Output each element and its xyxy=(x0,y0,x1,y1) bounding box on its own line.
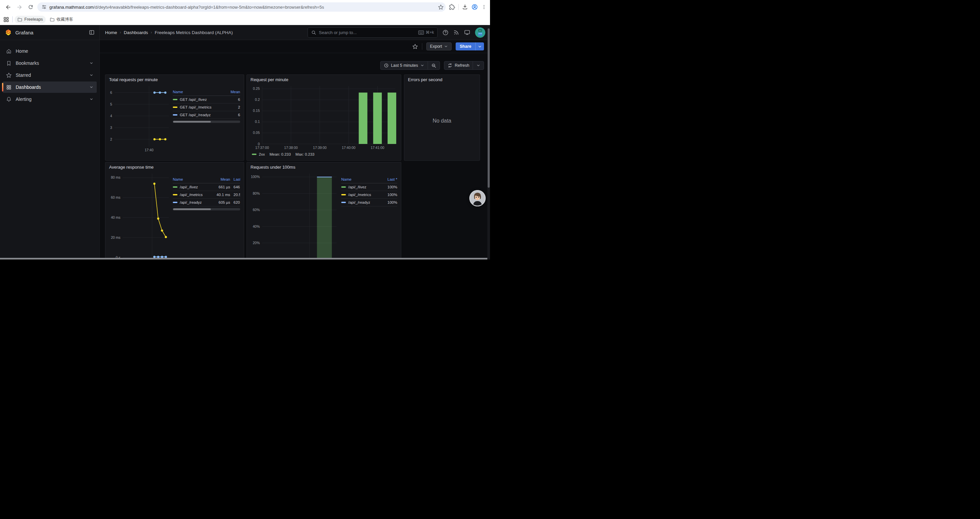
reload-icon[interactable] xyxy=(26,2,35,12)
legend-row[interactable]: /api/_/readyz100% xyxy=(341,199,397,206)
legend-column-header[interactable]: Name xyxy=(173,90,227,94)
breadcrumb-item[interactable]: Dashboards xyxy=(124,30,148,35)
legend-item-2xx[interactable]: 2xx xyxy=(252,152,265,156)
site-settings-icon[interactable] xyxy=(41,4,47,10)
legend-column-header[interactable]: Last * xyxy=(383,177,397,181)
legend-row[interactable]: /api/_/metrics100% xyxy=(341,191,397,199)
forward-icon[interactable] xyxy=(15,2,24,12)
export-button[interactable]: Export xyxy=(426,42,452,50)
chevron-down-icon[interactable] xyxy=(89,85,94,89)
series-pill xyxy=(341,186,346,188)
sidebar-item-label: Home xyxy=(16,48,94,54)
panel-title[interactable]: Request per minute xyxy=(250,77,397,82)
series-name: /api/_/readyz xyxy=(180,200,202,204)
svg-text:3: 3 xyxy=(110,126,112,129)
legend-column-header[interactable]: Name xyxy=(341,177,383,181)
bookmark-star-icon[interactable] xyxy=(438,4,444,10)
apps-grid-icon[interactable] xyxy=(3,17,9,22)
series-name: GET /api/_/metrics xyxy=(180,105,212,109)
chevron-down-icon[interactable] xyxy=(89,97,94,101)
back-icon[interactable] xyxy=(3,2,13,12)
profile-icon[interactable] xyxy=(471,4,478,10)
dock-sidebar-icon[interactable] xyxy=(89,29,95,35)
legend-header-row: NameMean xyxy=(173,88,240,96)
panel-errors-per-second: Errors per second No data xyxy=(404,75,480,161)
downloads-icon[interactable] xyxy=(462,4,468,10)
sidebar-item-dashboards[interactable]: Dashboards xyxy=(3,81,97,93)
search-input[interactable]: Search or jump to... ⌘+k xyxy=(307,27,438,38)
time-controls: Last 5 minutes Refresh xyxy=(100,53,490,75)
panel-title[interactable]: Total requests per minute xyxy=(109,77,240,82)
url-text[interactable]: grafana.mathmast.com/d/deytv4rwavabkb/fr… xyxy=(49,5,435,10)
legend-hscrollbar[interactable] xyxy=(173,208,240,211)
assistant-avatar-button[interactable] xyxy=(469,190,486,206)
horizontal-scrollbar[interactable] xyxy=(0,258,487,260)
series-pill xyxy=(173,202,177,203)
bookmarks-bar: Freeleaps收藏博客 xyxy=(0,14,490,25)
svg-text:17:40: 17:40 xyxy=(145,148,153,152)
legend-row[interactable]: /api/_/livez100% xyxy=(341,184,397,191)
topnav-actions: Search or jump to... ⌘+k xyxy=(307,27,490,38)
legend-row[interactable]: GET /api/_/livez6 xyxy=(173,96,240,104)
legend-hscrollbar[interactable] xyxy=(173,121,240,123)
browser-toolbar: grafana.mathmast.com/d/deytv4rwavabkb/fr… xyxy=(0,0,490,14)
sidebar-item-alerting[interactable]: Alerting xyxy=(3,94,97,105)
legend-column-header[interactable]: Name xyxy=(173,177,213,181)
sidebar: HomeBookmarksStarredDashboardsAlerting xyxy=(0,40,100,260)
kiosk-monitor-icon[interactable] xyxy=(464,29,470,36)
extensions-icon[interactable] xyxy=(449,4,455,10)
chevron-down-icon[interactable] xyxy=(89,73,94,77)
chevron-down-icon[interactable] xyxy=(89,61,94,65)
legend-column-header[interactable]: Mean xyxy=(213,177,230,181)
svg-text:20 ms: 20 ms xyxy=(111,235,121,240)
share-menu-chevron[interactable] xyxy=(475,42,484,50)
sidebar-item-bookmarks[interactable]: Bookmarks xyxy=(3,57,97,69)
legend-row[interactable]: GET /api/_/metrics2 xyxy=(173,104,240,111)
share-button[interactable]: Share xyxy=(456,42,484,50)
under-100ms-chart[interactable]: 0%20%40%60%80%100%17:40 xyxy=(250,171,339,260)
legend-column-header[interactable]: Last * xyxy=(230,177,240,181)
panel-title[interactable]: Errors per second xyxy=(408,77,476,82)
bookmark-folder[interactable]: Freeleaps xyxy=(15,16,46,23)
help-icon[interactable] xyxy=(442,29,449,36)
refresh-interval-chevron[interactable] xyxy=(473,61,484,69)
browser-menu-icon[interactable] xyxy=(481,4,487,10)
series-value: 605 µs xyxy=(213,200,230,204)
bookmark-folder[interactable]: 收藏博客 xyxy=(47,15,76,24)
legend-row[interactable]: /api/_/livez661 µs646 µs xyxy=(173,184,240,191)
legend-mean: Mean: 0.233 xyxy=(269,152,291,156)
refresh-picker[interactable]: Refresh xyxy=(444,61,484,70)
sidebar-item-home[interactable]: Home xyxy=(3,45,97,57)
series-name: GET /api/_/livez xyxy=(180,97,207,102)
sidebar-item-starred[interactable]: Starred xyxy=(3,69,97,81)
star-icon xyxy=(6,72,12,78)
vertical-scrollbar-thumb[interactable] xyxy=(488,29,490,188)
breadcrumb-item[interactable]: Home xyxy=(105,30,117,35)
panel-title[interactable]: Average response time xyxy=(109,164,240,170)
vertical-scrollbar[interactable] xyxy=(487,25,490,260)
svg-text:40%: 40% xyxy=(253,224,260,228)
avg-response-chart[interactable]: 0 s20 ms40 ms60 ms80 ms17:40 xyxy=(109,171,171,260)
refresh-button[interactable]: Refresh xyxy=(444,61,473,69)
svg-text:0.2: 0.2 xyxy=(255,97,260,102)
legend-row[interactable]: /api/_/metrics40.1 ms20.5 ms xyxy=(173,191,240,199)
legend-column-header[interactable]: Mean xyxy=(227,90,240,94)
request-per-minute-chart[interactable]: 00.050.10.150.20.2517:37:0017:38:0017:39… xyxy=(250,83,397,151)
zoom-out-button[interactable] xyxy=(428,61,440,69)
bookmark-folder-label: Freeleaps xyxy=(24,17,43,22)
panel-avg-response-time: Average response time 0 s20 ms40 ms60 ms… xyxy=(105,162,244,260)
url-bar[interactable]: grafana.mathmast.com/d/deytv4rwavabkb/fr… xyxy=(37,2,445,12)
series-value: 100% xyxy=(383,193,397,197)
panel-title[interactable]: Requests under 100ms xyxy=(250,164,397,170)
svg-text:4: 4 xyxy=(110,114,112,118)
user-avatar[interactable] xyxy=(475,27,485,38)
time-range-picker[interactable]: Last 5 minutes xyxy=(380,61,440,70)
legend-max: Max: 0.233 xyxy=(296,152,315,156)
legend-row[interactable]: /api/_/readyz605 µs620 µs xyxy=(173,199,240,206)
grafana-logo-icon[interactable] xyxy=(5,29,12,36)
time-range-button[interactable]: Last 5 minutes xyxy=(380,61,428,69)
legend-row[interactable]: GET /api/_/readyz6 xyxy=(173,111,240,119)
favorite-star-icon[interactable] xyxy=(412,44,418,50)
news-rss-icon[interactable] xyxy=(453,29,459,35)
total-requests-chart[interactable]: 2345617:40 xyxy=(109,83,171,153)
